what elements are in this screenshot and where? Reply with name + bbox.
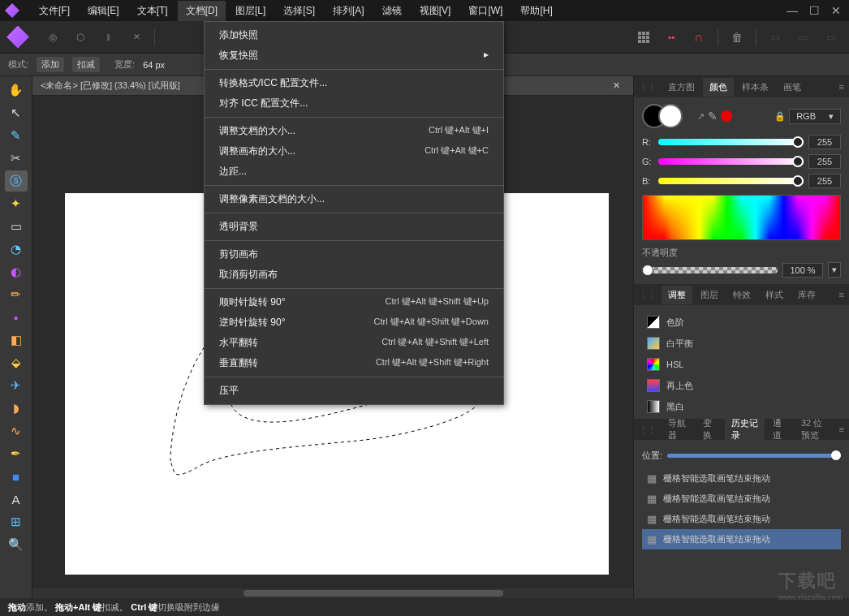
dodge-tool[interactable]: ◗	[5, 398, 28, 419]
menu-item[interactable]: 对齐 ICC 配置文件...	[205, 93, 503, 114]
menu-文本[T][interactable]: 文本[T]	[129, 1, 176, 21]
magic-wand-tool[interactable]: ✦	[5, 193, 28, 214]
primary-color-swatch[interactable]	[658, 104, 683, 128]
b-slider[interactable]	[658, 178, 804, 184]
menu-图层[L][interactable]: 图层[L]	[227, 1, 274, 21]
magnet-icon[interactable]: ∩	[687, 26, 711, 49]
history-item[interactable]: ▦栅格智能选取画笔结束拖动	[642, 509, 841, 529]
lock-icon[interactable]: 🔒	[774, 111, 786, 122]
maximize-button[interactable]: ☐	[809, 4, 820, 17]
width-value[interactable]: 64 px	[143, 60, 165, 70]
shape-tool[interactable]: ■	[5, 466, 28, 487]
mesh-tool[interactable]: ⊞	[5, 511, 28, 532]
color-mode-select[interactable]: RGB	[789, 109, 841, 124]
align-icon[interactable]: ▭	[763, 26, 787, 49]
menu-排列[A][interactable]: 排列[A]	[325, 1, 373, 21]
menu-文档[D][interactable]: 文档[D]	[178, 1, 226, 21]
r-value[interactable]: 255	[808, 135, 841, 149]
g-slider[interactable]	[658, 158, 804, 165]
opacity-slider[interactable]	[642, 267, 778, 274]
flood-tool[interactable]: ◔	[5, 239, 28, 260]
panel-menu-icon[interactable]: ≡	[839, 82, 844, 92]
pixel-tool[interactable]: ▪	[5, 307, 28, 328]
panel-menu-icon[interactable]: ≡	[839, 424, 844, 434]
arrange2-icon[interactable]: ▭	[818, 26, 843, 49]
menu-窗口[W][interactable]: 窗口[W]	[460, 1, 511, 21]
menu-帮助[H][interactable]: 帮助[H]	[512, 1, 560, 21]
g-value[interactable]: 255	[808, 154, 841, 169]
zoom-tool[interactable]: 🔍	[5, 534, 28, 555]
menu-item[interactable]: 调整像素画文档的大小...	[205, 189, 503, 209]
menu-item[interactable]: 顺时针旋转 90°Ctrl 键+Alt 键+Shift 键+Up	[205, 292, 503, 312]
minimize-button[interactable]: —	[787, 4, 798, 17]
panel-menu-icon[interactable]: ≡	[839, 290, 844, 299]
arrange-icon[interactable]: ▭	[791, 26, 815, 49]
menu-选择[S][interactable]: 选择[S]	[275, 1, 323, 21]
history-position-slider[interactable]	[667, 454, 841, 458]
adjustment-item[interactable]: HSL	[642, 354, 841, 375]
mode-subtract-button[interactable]: 扣减	[72, 57, 100, 72]
menu-item[interactable]: 恢复快照▸	[205, 45, 503, 66]
erase-tool[interactable]: ◧	[5, 330, 28, 351]
text-tool[interactable]: A	[5, 489, 28, 510]
menu-文件[F][interactable]: 文件[F]	[31, 1, 78, 21]
menu-视图[V][interactable]: 视图[V]	[412, 1, 459, 21]
tab-图层[interactable]: 图层	[694, 286, 725, 304]
tab-画笔[interactable]: 画笔	[777, 78, 808, 97]
move-tool[interactable]: ↖	[5, 102, 28, 123]
inpaint-tool[interactable]: ✈	[5, 375, 28, 396]
gradient-tool[interactable]: ◐	[5, 261, 28, 282]
trash-icon[interactable]: 🗑	[725, 26, 749, 49]
tab-调整[interactable]: 调整	[662, 286, 692, 304]
tab-样式[interactable]: 样式	[759, 286, 790, 304]
pen-tool[interactable]: ✒	[5, 443, 28, 464]
crop-tool[interactable]: ✂	[5, 148, 28, 169]
paint-brush-tool[interactable]: ✏	[5, 284, 28, 305]
smudge-tool[interactable]: ∿	[5, 420, 28, 442]
selection-brush-tool[interactable]: ⓢ	[5, 170, 28, 192]
eyedropper-icon[interactable]: ✎	[708, 110, 718, 123]
persona-icon[interactable]	[6, 26, 29, 49]
marquee-tool[interactable]: ▭	[5, 216, 28, 237]
tab-直方图[interactable]: 直方图	[662, 78, 701, 97]
b-value[interactable]: 255	[808, 174, 841, 188]
swap-colors-icon[interactable]: ↗	[697, 111, 705, 122]
menu-编辑[E][interactable]: 编辑[E]	[80, 1, 127, 21]
menu-item[interactable]: 边距...	[205, 162, 503, 182]
tab-特效[interactable]: 特效	[726, 286, 757, 304]
clone-tool[interactable]: ⬙	[5, 352, 28, 373]
menu-滤镜[interactable]: 滤镜	[374, 1, 410, 21]
hand-tool[interactable]: ✋	[5, 80, 28, 101]
opacity-dropdown-icon[interactable]: ▾	[828, 262, 841, 278]
cube-icon[interactable]: ⬡	[68, 26, 93, 49]
target-icon[interactable]: ◎	[41, 26, 65, 49]
menu-item[interactable]: 添加快照	[205, 25, 503, 45]
mirror-icon[interactable]: ⦀	[96, 26, 120, 49]
menu-item[interactable]: 取消剪切画布	[205, 265, 503, 285]
adjustment-item[interactable]: 再上色	[642, 375, 841, 396]
adjustment-item[interactable]: 色阶	[642, 312, 841, 333]
menu-item[interactable]: 水平翻转Ctrl 键+Alt 键+Shift 键+Left	[205, 333, 503, 353]
opacity-value[interactable]: 100 %	[782, 263, 823, 278]
history-item[interactable]: ▦栅格智能选取画笔结束拖动	[642, 529, 841, 549]
menu-item[interactable]: 调整文档的大小...Ctrl 键+Alt 键+I	[205, 121, 503, 141]
tab-close-button[interactable]: ✕	[608, 80, 625, 91]
close-button[interactable]: ✕	[831, 4, 841, 17]
adjustment-item[interactable]: 白平衡	[642, 333, 841, 354]
mode-add-button[interactable]: 添加	[37, 57, 64, 72]
menu-item[interactable]: 透明背景	[205, 217, 503, 237]
tab-样本条[interactable]: 样本条	[735, 78, 775, 97]
history-item[interactable]: ▦栅格智能选取画笔结束拖动	[642, 468, 841, 489]
tab-库存[interactable]: 库存	[791, 286, 822, 304]
grid-icon[interactable]	[631, 26, 656, 49]
menu-item[interactable]: 剪切画布	[205, 244, 503, 265]
share-icon[interactable]: ⪤	[123, 26, 148, 49]
menu-item[interactable]: 垂直翻转Ctrl 键+Alt 键+Shift 键+Right	[205, 353, 503, 373]
r-slider[interactable]	[658, 139, 804, 145]
color-spectrum[interactable]	[642, 195, 841, 240]
tab-颜色[interactable]: 颜色	[703, 78, 734, 97]
menu-item[interactable]: 调整画布的大小...Ctrl 键+Alt 键+C	[205, 141, 503, 162]
menu-item[interactable]: 逆时针旋转 90°Ctrl 键+Alt 键+Shift 键+Down	[205, 312, 503, 333]
menu-item[interactable]: 压平	[205, 381, 503, 401]
snap-icon[interactable]: ▪▪	[659, 26, 683, 49]
